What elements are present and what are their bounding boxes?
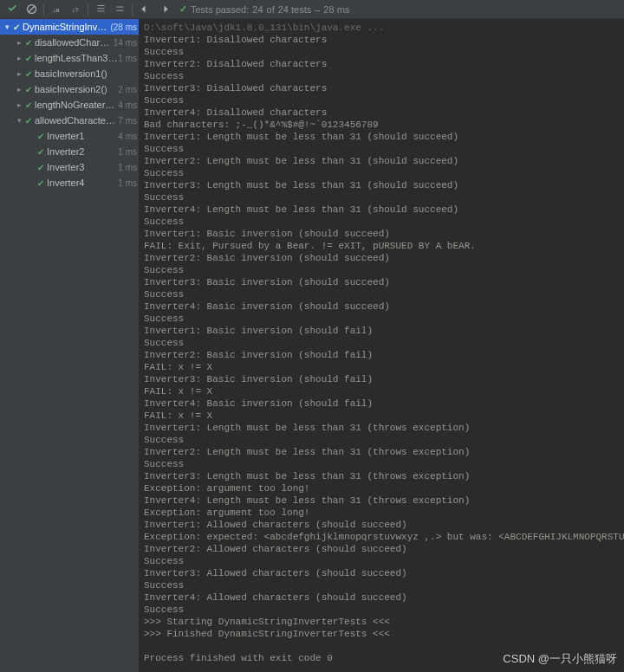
node-time: 1 ms xyxy=(118,147,137,157)
node-label: disallowedCharacters() xyxy=(35,37,114,48)
status-time: 28 ms xyxy=(323,4,349,15)
pass-check-icon: ✔ xyxy=(25,116,32,126)
node-time: (28 ms xyxy=(110,23,137,32)
svg-text:↓a: ↓a xyxy=(52,6,60,14)
console-line: Success xyxy=(144,143,619,155)
console-line: Inverter1: Length must be less than 31 (… xyxy=(144,131,619,143)
console-line: >>> Finished DynamicStringInverterTests … xyxy=(144,628,619,640)
expand-arrow-icon[interactable]: ▸ xyxy=(16,100,23,109)
prev-failed-icon[interactable] xyxy=(136,2,153,17)
console-line: Success xyxy=(144,604,619,616)
node-time: 4 ms xyxy=(118,132,137,141)
node-time: 1 ms xyxy=(118,54,137,63)
console-line: Inverter3: Basic inversion (should succe… xyxy=(144,276,619,288)
expand-arrow-icon[interactable]: ▸ xyxy=(16,38,23,47)
status-check-icon: ✓ xyxy=(179,3,187,15)
console-line: Inverter4: Length must be less than 31 (… xyxy=(144,204,619,216)
watermark: CSDN @一只小熊猫呀 xyxy=(503,651,617,667)
show-ignored-icon[interactable] xyxy=(23,2,40,17)
expand-arrow-icon[interactable]: ▸ xyxy=(16,54,23,62)
tree-node[interactable]: ▸✔basicInversion2()2 ms xyxy=(0,81,139,97)
console-line: >>> Starting DynamicStringInverterTests … xyxy=(144,616,619,628)
console-line: Inverter3: Length must be less than 31 (… xyxy=(144,470,619,482)
node-label: DynamicStringInverterTests xyxy=(23,22,110,32)
console-line: Success xyxy=(144,167,619,179)
console-line: Inverter3: Basic inversion (should fail) xyxy=(144,373,619,385)
pass-check-icon: ✔ xyxy=(37,132,44,141)
console-line: Success xyxy=(144,579,619,591)
separator xyxy=(132,3,133,16)
pass-check-icon: ✔ xyxy=(37,178,44,188)
pass-check-icon: ✔ xyxy=(37,163,44,172)
tree-node[interactable]: ▸✔lengthLessThan31()1 ms xyxy=(0,50,139,66)
console-line: FAIL: Exit, Pursued by a Bear. != eXIT, … xyxy=(144,240,619,252)
console-output[interactable]: D:\soft\Java\jdk1.8.0_131\bin\java.exe .… xyxy=(139,19,624,672)
console-line: Inverter2: Disallowed characters xyxy=(144,58,619,70)
node-label: Inverter1 xyxy=(47,131,118,141)
sort-alpha-icon[interactable]: ↓a xyxy=(48,2,65,17)
expand-arrow-icon[interactable]: ▸ xyxy=(16,69,23,78)
expand-arrow-icon[interactable]: ▸ xyxy=(16,85,23,94)
separator xyxy=(88,3,88,16)
console-line: Inverter2: Basic inversion (should fail) xyxy=(144,349,619,361)
console-line: Success xyxy=(144,555,619,567)
tree-node[interactable]: ▾✔allowedCharacters()7 ms xyxy=(0,113,139,128)
console-line: Inverter1: Basic inversion (should succe… xyxy=(144,228,619,240)
node-label: basicInversion2() xyxy=(35,84,118,94)
node-label: Inverter2 xyxy=(47,146,118,157)
expand-arrow-icon[interactable]: ▾ xyxy=(16,116,23,125)
sort-duration-icon[interactable]: ↓? xyxy=(67,2,84,17)
node-time: 7 ms xyxy=(118,116,137,126)
tree-node[interactable]: ▸✔disallowedCharacters()14 ms xyxy=(0,35,139,50)
console-line: FAIL: x != X xyxy=(144,361,619,373)
tree-node[interactable]: ▸✔basicInversion1() xyxy=(0,66,139,81)
console-line: Inverter4: Length must be less than 31 (… xyxy=(144,494,619,507)
pass-check-icon: ✔ xyxy=(13,23,20,32)
console-line: Bad characters: ;-_()*&^%$#@!~`012345678… xyxy=(144,119,619,131)
node-label: lengthNoGreaterThan30() xyxy=(35,100,118,110)
console-line: Success xyxy=(144,458,619,470)
status-text: Tests passed: xyxy=(191,4,249,15)
expand-all-icon[interactable] xyxy=(92,2,109,17)
node-time: 14 ms xyxy=(114,38,137,48)
next-failed-icon[interactable] xyxy=(155,2,172,17)
console-line: Inverter3: Disallowed characters xyxy=(144,82,619,94)
console-line xyxy=(144,640,619,652)
node-label: Inverter4 xyxy=(47,178,118,188)
status-of: of xyxy=(267,4,275,15)
node-label: Inverter3 xyxy=(47,162,118,172)
svg-text:↓?: ↓? xyxy=(71,6,78,14)
expand-arrow-icon[interactable]: ▾ xyxy=(3,23,10,31)
tree-node[interactable]: ✔Inverter14 ms xyxy=(0,128,139,144)
console-line: Success xyxy=(144,216,619,228)
status-total: 24 tests xyxy=(278,4,312,15)
console-line: Inverter2: Length must be less than 31 (… xyxy=(144,155,619,167)
console-line: Inverter1: Disallowed characters xyxy=(144,34,619,46)
console-line: FAIL: x != X xyxy=(144,385,619,397)
node-label: lengthLessThan31() xyxy=(35,53,118,63)
console-line: Success xyxy=(144,70,619,82)
pass-check-icon: ✔ xyxy=(37,147,44,157)
console-line: Success xyxy=(144,191,619,204)
console-line: Inverter2: Allowed characters (should su… xyxy=(144,543,619,555)
test-toolbar: ↓a ↓? ✓ Tests passed: 24 of 24 tests – 2… xyxy=(0,0,624,19)
console-line: Inverter1: Allowed characters (should su… xyxy=(144,519,619,531)
tree-node[interactable]: ✔Inverter21 ms xyxy=(0,144,139,159)
main-split: ▾✔DynamicStringInverterTests(28 ms▸✔disa… xyxy=(0,19,624,672)
pass-check-icon: ✔ xyxy=(25,54,32,63)
console-line: Success xyxy=(144,264,619,276)
tree-node[interactable]: ▾✔DynamicStringInverterTests(28 ms xyxy=(0,19,139,35)
console-line: Inverter4: Disallowed characters xyxy=(144,107,619,119)
tree-node[interactable]: ✔Inverter31 ms xyxy=(0,159,139,175)
console-line: Inverter3: Length must be less than 31 (… xyxy=(144,179,619,191)
node-label: allowedCharacters() xyxy=(35,115,118,126)
collapse-all-icon[interactable] xyxy=(111,2,128,17)
tree-node[interactable]: ▸✔lengthNoGreaterThan30()4 ms xyxy=(0,97,139,113)
test-tree[interactable]: ▾✔DynamicStringInverterTests(28 ms▸✔disa… xyxy=(0,19,139,672)
show-passed-icon[interactable] xyxy=(3,2,21,17)
console-line: FAIL: x != X xyxy=(144,410,619,422)
console-line: Exception: expected: <abcdefghijklmnopqr… xyxy=(144,531,619,543)
node-time: 1 ms xyxy=(118,178,137,188)
test-status: ✓ Tests passed: 24 of 24 tests – 28 ms xyxy=(179,3,349,15)
tree-node[interactable]: ✔Inverter41 ms xyxy=(0,175,139,191)
